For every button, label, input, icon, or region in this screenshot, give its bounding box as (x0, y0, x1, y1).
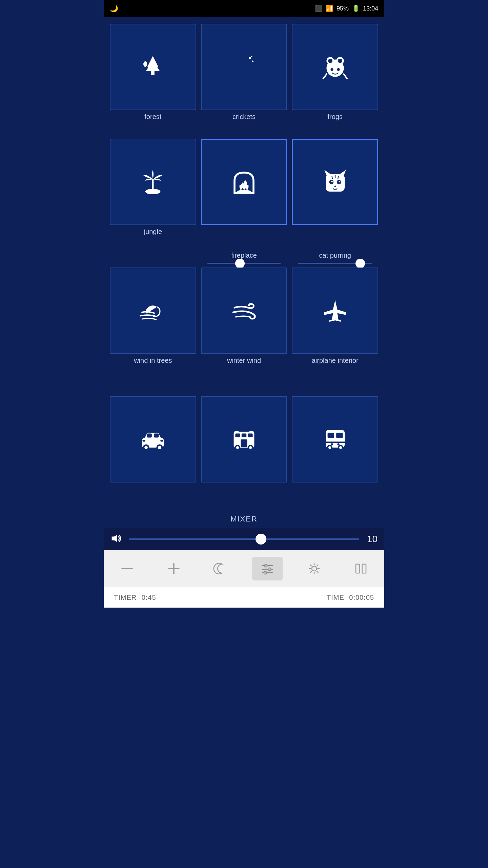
svg-marker-20 (324, 170, 331, 175)
sound-button-forest[interactable] (110, 24, 196, 110)
sound-button-bus[interactable] (201, 396, 287, 482)
sound-button-cat[interactable] (292, 139, 378, 225)
sound-grid: forest crickets (110, 24, 378, 249)
svg-rect-78 (356, 564, 360, 573)
cast-icon: ⬛ (315, 5, 322, 12)
sound-button-frogs[interactable] (292, 24, 378, 110)
svg-rect-41 (242, 433, 246, 437)
svg-point-7 (251, 56, 252, 57)
svg-point-11 (328, 59, 332, 63)
fireplace-slider-container (201, 261, 287, 264)
time-display: TIME 0:00:05 (327, 594, 374, 601)
forest-icon (139, 53, 166, 80)
cat-label: cat purring (292, 252, 378, 259)
sound-cell-fireplace (201, 139, 287, 249)
svg-marker-21 (339, 170, 346, 175)
svg-point-36 (158, 446, 162, 449)
frogs-label: frogs (327, 113, 342, 121)
battery-icon: 🔋 (352, 5, 360, 12)
winter-wind-label: winter wind (227, 357, 261, 364)
sound-button-wind-trees[interactable] (110, 268, 196, 354)
timer-label: TIMER (114, 594, 137, 601)
nav-moon-button[interactable] (205, 557, 236, 580)
jungle-icon (139, 169, 166, 196)
jungle-label: jungle (144, 228, 162, 236)
svg-marker-59 (112, 535, 117, 542)
cat-slider[interactable] (298, 263, 371, 264)
svg-line-77 (310, 571, 312, 573)
sound-cell-airplane: airplane interior (292, 268, 378, 391)
sound-cell-winter-wind: winter wind (201, 268, 287, 391)
sound-button-jungle[interactable] (110, 139, 196, 225)
svg-rect-52 (326, 441, 345, 443)
svg-point-47 (249, 446, 252, 449)
nav-columns-button[interactable] (346, 557, 376, 580)
svg-line-75 (317, 571, 318, 573)
fireplace-slider[interactable] (207, 263, 281, 264)
sound-button-winter-wind[interactable] (201, 268, 287, 354)
svg-point-58 (337, 443, 339, 445)
main-content: forest crickets (104, 17, 384, 528)
moon-icon: 🌙 (110, 4, 118, 13)
sound-grid-row4 (110, 396, 378, 512)
svg-point-57 (331, 443, 333, 445)
sound-cell-crickets: crickets (201, 24, 287, 134)
sound-cell-forest: forest (110, 24, 196, 134)
cat-icon (322, 169, 349, 196)
sound-cell-wind-trees: wind in trees (110, 268, 196, 391)
sound-grid-row3: wind in trees winter wind airplane i (110, 268, 378, 391)
bottom-nav (104, 550, 384, 587)
fireplace-label: fireplace (201, 252, 287, 259)
volume-icon (110, 532, 123, 546)
svg-point-6 (252, 61, 253, 62)
status-bar: 🌙 ⬛ 📶 95% 🔋 13:04 (104, 0, 384, 17)
sound-button-airplane[interactable] (292, 268, 378, 354)
sound-button-car[interactable] (110, 396, 196, 482)
svg-point-12 (338, 59, 342, 63)
sound-button-fireplace[interactable] (201, 139, 287, 225)
battery-pct: 95% (337, 5, 349, 12)
cat-slider-thumb[interactable] (355, 259, 365, 268)
fireplace-slider-thumb[interactable] (235, 259, 245, 268)
moon-nav-icon (213, 561, 228, 576)
svg-rect-79 (362, 564, 366, 573)
sound-cell-train (292, 396, 378, 512)
nav-mixer-button[interactable] (252, 557, 283, 580)
svg-point-68 (264, 571, 267, 574)
svg-line-27 (332, 176, 332, 179)
sound-button-train[interactable] (292, 396, 378, 482)
svg-point-14 (337, 68, 340, 71)
plus-icon (166, 561, 181, 576)
columns-icon (353, 561, 368, 576)
sound-button-crickets[interactable] (201, 24, 287, 110)
svg-point-67 (268, 568, 271, 571)
speaker-icon (110, 532, 123, 545)
nav-settings-button[interactable] (299, 557, 329, 580)
sound-cell-car (110, 396, 196, 512)
nav-plus-button[interactable] (159, 557, 189, 580)
clock: 13:04 (363, 5, 378, 12)
active-sliders (110, 261, 378, 264)
svg-rect-43 (241, 439, 247, 447)
volume-slider-thumb[interactable] (256, 534, 266, 545)
status-right: ⬛ 📶 95% 🔋 13:04 (315, 5, 378, 12)
svg-rect-40 (235, 433, 240, 437)
sound-cell-frogs: frogs (292, 24, 378, 134)
volume-slider[interactable] (129, 538, 359, 540)
minus-icon (120, 561, 135, 576)
signal-icon: 📶 (326, 5, 333, 12)
svg-rect-16 (152, 179, 154, 192)
svg-rect-51 (336, 433, 343, 438)
svg-line-29 (338, 176, 339, 179)
wind-leaf-icon (139, 297, 166, 324)
svg-line-76 (317, 565, 318, 566)
nav-minus-button[interactable] (112, 557, 142, 580)
svg-rect-18 (238, 191, 250, 192)
sound-cell-cat (292, 139, 378, 249)
svg-point-13 (330, 68, 333, 71)
forest-label: forest (144, 113, 161, 121)
sound-cell-bus (201, 396, 287, 512)
svg-rect-50 (327, 433, 334, 438)
airplane-label: airplane interior (312, 357, 359, 364)
mixer-label: MIXER (110, 512, 378, 525)
